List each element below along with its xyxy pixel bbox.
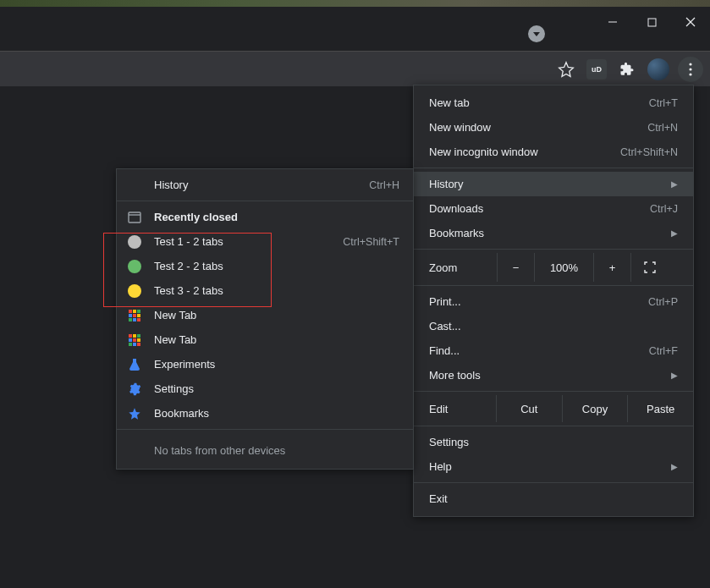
history-shortcut: Ctrl+H: [369, 179, 399, 191]
extensions-puzzle-icon[interactable]: [615, 58, 639, 81]
bookmark-star-icon[interactable]: [554, 58, 578, 81]
restore-shortcut: Ctrl+Shift+T: [343, 236, 399, 248]
main-menu: New tab Ctrl+T New window Ctrl+N New inc…: [413, 85, 694, 517]
menu-separator: [117, 201, 413, 201]
new-tab-grid-icon: [127, 332, 142, 348]
profile-avatar[interactable]: [647, 58, 669, 80]
svg-point-7: [689, 73, 691, 75]
paste-button[interactable]: Paste: [628, 395, 693, 422]
menu-find[interactable]: Find... Ctrl+F: [414, 338, 693, 363]
menu-label: Settings: [429, 436, 469, 448]
menu-separator: [414, 391, 693, 392]
tab-group-color-icon: [127, 259, 142, 274]
svg-rect-1: [648, 19, 656, 26]
no-other-devices-label: No tabs from other devices: [117, 433, 413, 467]
ublock-label: uD: [592, 65, 602, 74]
menu-shortcut: Ctrl+J: [650, 203, 678, 215]
svg-rect-8: [129, 212, 140, 223]
menu-shortcut: Ctrl+F: [649, 345, 678, 357]
menu-bookmarks[interactable]: Bookmarks ▶: [414, 221, 693, 245]
history-item-label: New Tab: [154, 309, 196, 321]
zoom-out-button[interactable]: −: [497, 253, 534, 282]
menu-shortcut: Ctrl+T: [649, 97, 678, 109]
star-icon: [127, 406, 142, 421]
tab-group-color-icon: [127, 283, 142, 299]
menu-shortcut: Ctrl+Shift+N: [620, 146, 678, 158]
zoom-in-button[interactable]: +: [593, 253, 630, 282]
history-item[interactable]: New Tab: [117, 327, 413, 352]
history-item-label: Experiments: [154, 358, 215, 371]
menu-label: Print...: [429, 295, 461, 308]
cut-button[interactable]: Cut: [497, 395, 563, 422]
menu-label: Cast...: [429, 320, 461, 332]
gear-icon: [127, 382, 142, 397]
maximize-button[interactable]: [632, 7, 671, 37]
flask-icon: [127, 357, 142, 372]
menu-label: More tools: [429, 369, 481, 382]
tab-group-color-icon: [127, 234, 142, 250]
group-label: Test 2 - 2 tabs: [154, 260, 223, 272]
main-menu-button[interactable]: [678, 57, 703, 82]
dropdown-indicator-icon[interactable]: [528, 25, 545, 42]
menu-label: New tab: [429, 96, 470, 109]
menu-separator: [117, 429, 413, 430]
new-tab-grid-icon: [127, 308, 142, 323]
chevron-right-icon: ▶: [671, 179, 678, 189]
menu-settings[interactable]: Settings: [414, 430, 693, 454]
menu-separator: [414, 482, 693, 483]
edit-label: Edit: [414, 395, 497, 422]
menu-cast[interactable]: Cast...: [414, 314, 693, 338]
menu-more-tools[interactable]: More tools ▶: [414, 363, 693, 387]
history-item[interactable]: Settings: [117, 376, 413, 401]
menu-shortcut: Ctrl+N: [647, 122, 678, 134]
close-button[interactable]: [671, 7, 710, 37]
menu-exit[interactable]: Exit: [414, 486, 693, 511]
desktop-background: [0, 0, 710, 7]
recently-closed-group[interactable]: Test 1 - 2 tabs Ctrl+Shift+T: [117, 229, 413, 254]
menu-separator: [414, 249, 693, 250]
history-submenu: History Ctrl+H Recently closed Test 1 - …: [116, 168, 414, 470]
recently-closed-group[interactable]: Test 2 - 2 tabs: [117, 254, 413, 278]
svg-point-5: [689, 63, 691, 65]
menu-zoom-row: Zoom − 100% +: [414, 253, 693, 282]
zoom-label: Zoom: [414, 261, 497, 274]
menu-downloads[interactable]: Downloads Ctrl+J: [414, 196, 693, 221]
history-header[interactable]: History Ctrl+H: [117, 173, 413, 197]
menu-separator: [414, 285, 693, 286]
history-item[interactable]: New Tab: [117, 303, 413, 327]
svg-marker-4: [533, 32, 540, 36]
chevron-right-icon: ▶: [671, 462, 678, 471]
menu-print[interactable]: Print... Ctrl+P: [414, 289, 693, 314]
menu-label: Find...: [429, 344, 460, 357]
menu-new-tab[interactable]: New tab Ctrl+T: [414, 91, 693, 115]
history-item-label: New Tab: [154, 333, 196, 346]
recently-closed-header: Recently closed: [117, 205, 413, 229]
menu-edit-row: Edit Cut Copy Paste: [414, 395, 693, 422]
history-item[interactable]: Bookmarks: [117, 401, 413, 426]
window-icon: [127, 210, 142, 225]
menu-shortcut: Ctrl+P: [648, 296, 678, 308]
chevron-right-icon: ▶: [671, 371, 678, 380]
fullscreen-button[interactable]: [630, 253, 668, 282]
menu-label: Downloads: [429, 202, 483, 215]
history-item-label: Settings: [154, 382, 194, 395]
group-label: Test 3 - 2 tabs: [154, 284, 223, 297]
ublock-extension-icon[interactable]: uD: [586, 59, 607, 80]
browser-toolbar: uD: [0, 51, 710, 86]
history-label: History: [154, 179, 188, 191]
menu-label: Bookmarks: [429, 227, 484, 239]
history-item[interactable]: Experiments: [117, 352, 413, 376]
menu-label: New window: [429, 121, 491, 134]
menu-incognito[interactable]: New incognito window Ctrl+Shift+N: [414, 140, 693, 164]
group-label: Test 1 - 2 tabs: [154, 235, 223, 248]
chevron-right-icon: ▶: [671, 228, 678, 238]
minimize-button[interactable]: [593, 7, 632, 37]
menu-help[interactable]: Help ▶: [414, 454, 693, 479]
menu-history[interactable]: History ▶: [414, 172, 693, 196]
history-item-label: Bookmarks: [154, 407, 209, 420]
menu-new-window[interactable]: New window Ctrl+N: [414, 115, 693, 140]
copy-button[interactable]: Copy: [563, 395, 629, 422]
zoom-percent: 100%: [534, 253, 593, 282]
recently-closed-group[interactable]: Test 3 - 2 tabs: [117, 278, 413, 303]
menu-label: Help: [429, 460, 452, 473]
